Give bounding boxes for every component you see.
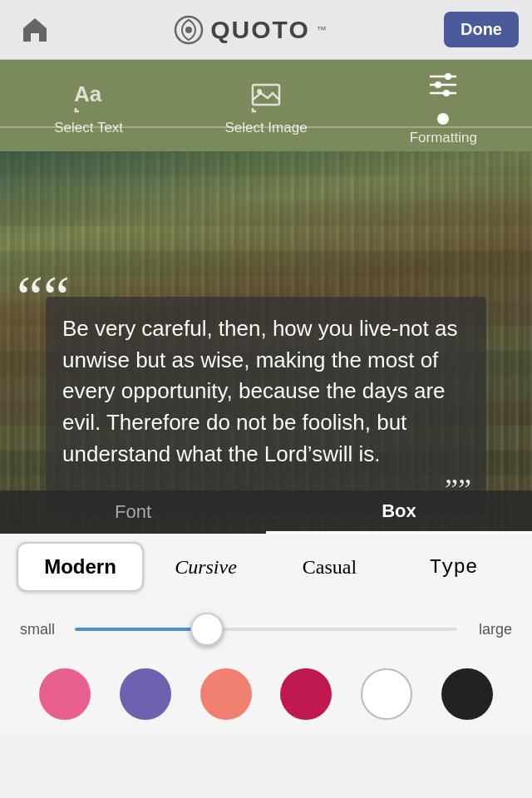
color-crimson[interactable] bbox=[280, 668, 332, 720]
svg-point-8 bbox=[435, 81, 441, 88]
quote-box[interactable]: Be very careful, then, how you live-not … bbox=[46, 297, 486, 515]
color-salmon[interactable] bbox=[200, 668, 252, 720]
tab-bar: Font Box bbox=[0, 490, 532, 534]
home-button[interactable] bbox=[13, 8, 57, 52]
tab-box[interactable]: Box bbox=[266, 490, 532, 534]
font-cursive-button[interactable]: Cursive bbox=[144, 542, 268, 592]
size-small-label: small bbox=[20, 621, 62, 638]
done-button[interactable]: Done bbox=[444, 12, 519, 47]
svg-text:Aa: Aa bbox=[74, 81, 102, 106]
font-style-row: Modern Cursive Casual Type bbox=[0, 534, 532, 600]
select-image-label: Select Image bbox=[224, 120, 307, 136]
color-white[interactable] bbox=[361, 668, 412, 720]
font-modern-button[interactable]: Modern bbox=[17, 542, 144, 592]
size-large-label: large bbox=[470, 621, 512, 638]
svg-point-6 bbox=[445, 73, 451, 80]
font-casual-button[interactable]: Casual bbox=[268, 542, 392, 592]
slider-row: small large bbox=[0, 600, 532, 658]
logo-text: QUOTO bbox=[210, 16, 309, 44]
color-pink[interactable] bbox=[39, 668, 91, 720]
logo-tm: ™ bbox=[317, 24, 327, 36]
step-bar: Aa Select Text Select Image bbox=[0, 60, 532, 151]
top-bar: QUOTO™ Done bbox=[0, 0, 532, 60]
step-select-image[interactable]: Select Image bbox=[177, 75, 354, 136]
svg-point-10 bbox=[443, 90, 450, 96]
formatting-label: Formatting bbox=[410, 130, 477, 146]
step-select-text[interactable]: Aa Select Text bbox=[0, 75, 177, 136]
quote-text: Be very careful, then, how you live-not … bbox=[62, 313, 470, 470]
formatting-icon bbox=[423, 65, 463, 105]
font-type-button[interactable]: Type bbox=[392, 542, 515, 592]
color-purple[interactable] bbox=[120, 668, 171, 720]
quoto-logo-icon bbox=[174, 15, 204, 45]
select-text-icon: Aa bbox=[69, 75, 109, 115]
image-area: ““ Be very careful, then, how you live-n… bbox=[0, 151, 532, 534]
font-size-slider[interactable] bbox=[75, 628, 457, 631]
color-black[interactable] bbox=[441, 668, 493, 720]
color-row bbox=[0, 658, 532, 733]
select-image-icon bbox=[246, 75, 286, 115]
select-text-label: Select Text bbox=[54, 120, 123, 136]
controls-area: Modern Cursive Casual Type small large bbox=[0, 534, 532, 733]
formatting-active-dot bbox=[437, 113, 449, 125]
svg-point-1 bbox=[185, 27, 192, 33]
tab-font[interactable]: Font bbox=[0, 490, 266, 534]
step-formatting[interactable]: Formatting bbox=[355, 65, 532, 146]
logo: QUOTO™ bbox=[174, 15, 326, 45]
